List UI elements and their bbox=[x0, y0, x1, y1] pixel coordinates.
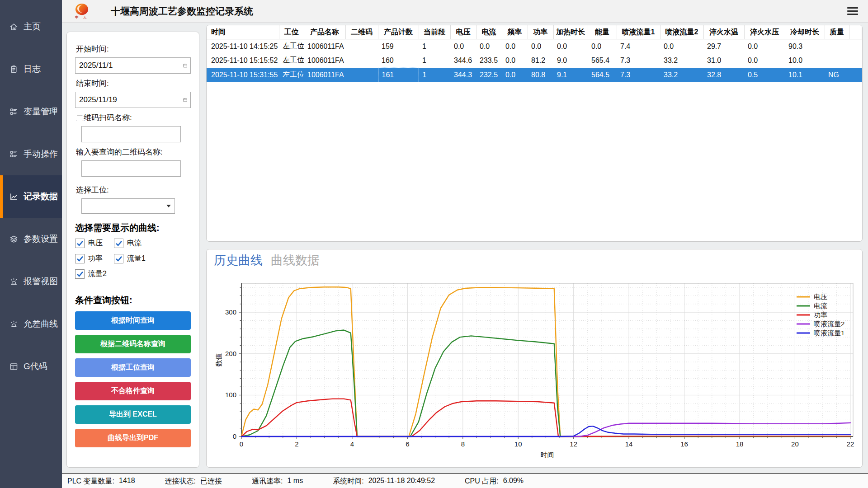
alarm-icon bbox=[9, 319, 19, 329]
table-cell: 232.5 bbox=[476, 68, 502, 82]
column-header[interactable]: 淬火水温 bbox=[703, 25, 744, 39]
query-by-qrcode-button[interactable]: 根据二维码名称查询 bbox=[75, 335, 191, 353]
column-header[interactable]: 电流 bbox=[476, 25, 502, 39]
curve-checkbox-电压[interactable]: 电压 bbox=[75, 239, 114, 248]
qr-scan-value[interactable] bbox=[82, 130, 189, 139]
chevron-down-icon bbox=[166, 205, 171, 207]
curve-checkbox-流量2[interactable]: 流量2 bbox=[75, 269, 114, 279]
table-cell bbox=[345, 68, 378, 82]
menu-icon[interactable] bbox=[847, 5, 858, 17]
table-cell: 0.0 bbox=[476, 39, 502, 54]
sidebar-item-label: 报警视图 bbox=[24, 276, 58, 287]
query-rejects-button[interactable]: 不合格件查询 bbox=[75, 382, 191, 400]
sidebar: 主页日志变量管理手动操作记录数据参数设置报警视图允差曲线G代码 bbox=[0, 0, 62, 488]
qr-query-input[interactable] bbox=[81, 160, 181, 177]
qr-query-value[interactable] bbox=[82, 164, 189, 173]
sidebar-item-gcode[interactable]: G代码 bbox=[0, 345, 62, 388]
curve-checkbox-电流[interactable]: 电流 bbox=[114, 239, 153, 248]
table-header-row: 时间工位产品名称二维码产品计数当前段电压电流频率功率加热时长能量喷液流量1喷液流… bbox=[207, 25, 862, 39]
table-cell: 32.8 bbox=[703, 68, 744, 82]
end-time-value[interactable] bbox=[75, 95, 183, 104]
filter-panel: 开始时间: 结束时间: 二维码扫码名称: 输入要查询的二维码名称: 选择工位: … bbox=[66, 32, 199, 468]
sidebar-item-records[interactable]: 记录数据 bbox=[0, 175, 62, 218]
column-header[interactable]: 产品名称 bbox=[304, 25, 345, 39]
sidebar-item-manual[interactable]: 手动操作 bbox=[0, 133, 62, 175]
manual-list-icon bbox=[9, 150, 19, 159]
calendar-icon[interactable] bbox=[183, 61, 188, 70]
column-header[interactable]: 当前段 bbox=[419, 25, 450, 39]
start-time-value[interactable] bbox=[75, 61, 183, 70]
checkbox-icon bbox=[75, 269, 85, 279]
station-select[interactable] bbox=[81, 198, 175, 214]
tab-curve-data[interactable]: 曲线数据 bbox=[271, 252, 320, 268]
svg-text:20: 20 bbox=[791, 440, 799, 448]
column-header[interactable]: 频率 bbox=[502, 25, 528, 39]
column-header[interactable]: 工位 bbox=[279, 25, 304, 39]
table-row[interactable]: 2025-11-10 15:15:52左工位1006011FA1601344.6… bbox=[207, 53, 862, 68]
status-value: 1 ms bbox=[288, 477, 303, 486]
sidebar-item-params[interactable]: 参数设置 bbox=[0, 218, 62, 260]
records-table: 时间工位产品名称二维码产品计数当前段电压电流频率功率加热时长能量喷液流量1喷液流… bbox=[207, 25, 862, 82]
table-cell: 0.0 bbox=[502, 68, 528, 82]
column-header[interactable]: 淬火水压 bbox=[744, 25, 785, 39]
curve-checkbox-流量1[interactable]: 流量1 bbox=[114, 254, 153, 263]
export-pdf-button[interactable]: 曲线导出到PDF bbox=[75, 429, 191, 447]
sidebar-item-alarms[interactable]: 报警视图 bbox=[0, 260, 62, 303]
checkbox-label: 电压 bbox=[88, 239, 103, 248]
table-cell: NG bbox=[825, 68, 849, 82]
logo-text: 中 天 bbox=[75, 16, 89, 19]
calendar-icon[interactable] bbox=[183, 95, 188, 105]
table-cell: 344.6 bbox=[450, 53, 476, 68]
qr-scan-label: 二维码扫码名称: bbox=[76, 113, 191, 123]
column-header[interactable]: 质量 bbox=[825, 25, 849, 39]
sidebar-item-label: 手动操作 bbox=[24, 148, 58, 160]
query-by-time-button[interactable]: 根据时间查询 bbox=[75, 311, 191, 330]
svg-text:0: 0 bbox=[233, 432, 236, 440]
table-cell: 31.0 bbox=[703, 53, 744, 68]
company-logo-icon: 中 天 bbox=[72, 3, 92, 19]
column-header[interactable]: 喷液流量1 bbox=[617, 25, 660, 39]
status-value: 1418 bbox=[119, 477, 135, 486]
column-header[interactable]: 能量 bbox=[588, 25, 617, 39]
table-cell: 2025-11-10 14:15:25 bbox=[207, 39, 279, 54]
table-cell: 左工位 bbox=[279, 53, 304, 68]
query-by-station-button[interactable]: 根据工位查询 bbox=[75, 358, 191, 377]
end-time-input[interactable] bbox=[75, 92, 191, 108]
sidebar-item-home[interactable]: 主页 bbox=[0, 5, 62, 48]
column-header[interactable]: 电压 bbox=[450, 25, 476, 39]
tab-history-curve[interactable]: 历史曲线 bbox=[214, 252, 263, 268]
table-cell: 0.0 bbox=[502, 39, 528, 54]
column-header[interactable]: 喷液流量2 bbox=[660, 25, 703, 39]
column-header[interactable]: 加热时长 bbox=[553, 25, 588, 39]
sidebar-item-tolerance[interactable]: 允差曲线 bbox=[0, 303, 62, 345]
sidebar-item-label: G代码 bbox=[24, 361, 47, 372]
start-time-label: 开始时间: bbox=[76, 44, 191, 54]
table-cell: 7.4 bbox=[617, 39, 660, 54]
column-header[interactable]: 二维码 bbox=[345, 25, 378, 39]
column-header[interactable]: 功率 bbox=[528, 25, 553, 39]
table-row[interactable]: 2025-11-10 14:15:25左工位1006011FA15910.00.… bbox=[207, 39, 862, 54]
svg-text:功率: 功率 bbox=[814, 311, 827, 319]
table-cell: 9.0 bbox=[553, 53, 588, 68]
table-cell bbox=[345, 53, 378, 68]
sidebar-item-variables[interactable]: 变量管理 bbox=[0, 90, 62, 133]
table-row[interactable]: 2025-11-10 15:31:55左工位1006011FA1611344.3… bbox=[207, 68, 862, 82]
end-time-label: 结束时间: bbox=[76, 78, 191, 89]
column-header[interactable]: 冷却时长 bbox=[785, 25, 825, 39]
table-cell: 2025-11-10 15:31:55 bbox=[207, 68, 279, 82]
status-bar: PLC 变量数量:1418连接状态:已连接通讯速率:1 ms系统时间:2025-… bbox=[62, 473, 868, 488]
checkbox-icon bbox=[114, 254, 123, 263]
export-excel-button[interactable]: 导出到 EXCEL bbox=[75, 405, 191, 424]
start-time-input[interactable] bbox=[75, 57, 191, 74]
column-header[interactable]: 时间 bbox=[207, 25, 279, 39]
sidebar-item-logs[interactable]: 日志 bbox=[0, 48, 62, 90]
app-header: 中 天 十堰高周波工艺参数监控记录系统 bbox=[62, 0, 868, 23]
curve-checkbox-功率[interactable]: 功率 bbox=[75, 254, 114, 263]
curves-heading: 选择需要显示的曲线: bbox=[75, 222, 191, 234]
table-body: 2025-11-10 14:15:25左工位1006011FA15910.00.… bbox=[207, 39, 862, 82]
table-cell: 81.2 bbox=[528, 53, 553, 68]
table-cell: 160 bbox=[378, 53, 419, 68]
qr-scan-input[interactable] bbox=[81, 126, 181, 142]
column-header[interactable]: 产品计数 bbox=[378, 25, 419, 39]
grid-icon bbox=[9, 362, 19, 371]
